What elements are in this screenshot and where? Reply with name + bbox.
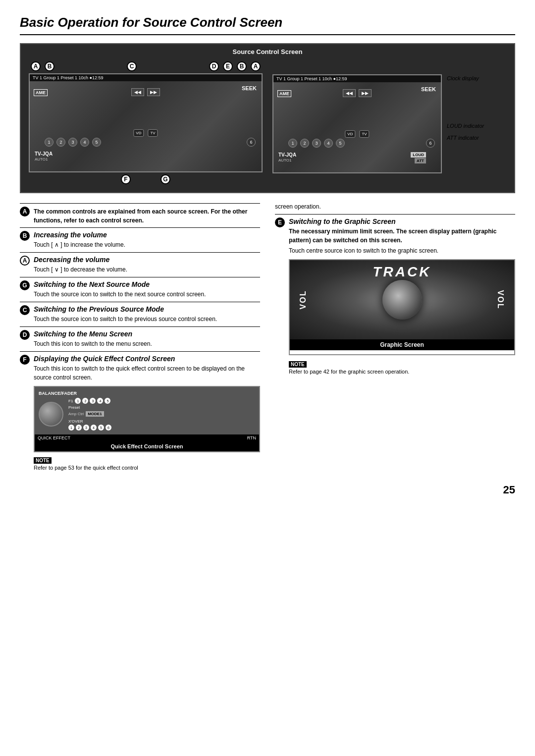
badge-f: F: [121, 174, 131, 184]
section-c-text: Touch the source icon to switch to the p…: [34, 315, 260, 324]
num-1[interactable]: 1: [45, 138, 54, 147]
qe-caption: Quick Effect Control Screen: [35, 441, 259, 451]
left-ame: AME: [34, 89, 48, 96]
note-text-e: Refer to page 42 for the graphic screen …: [289, 369, 515, 375]
badge-a-intro: A: [20, 207, 30, 216]
panel-title: Source Control Screen: [25, 48, 510, 55]
badge-a2: A: [20, 256, 30, 266]
section-e-title: Switching to the Graphic Screen: [289, 217, 515, 225]
right-tv-btn[interactable]: TV: [359, 130, 369, 138]
qe-c3: 3: [90, 398, 96, 404]
source-control-panel: Source Control Screen A B C D E B A: [20, 43, 515, 193]
right-screen-block: TV 1 Group 1 Preset 1 10ch ●12:59 SEEK A…: [272, 61, 506, 173]
section-e-bold: The necessary minimum limit screen. The …: [289, 227, 515, 245]
qe-inner: BALANCE/FADER F1 1 2 3: [35, 387, 259, 434]
r-num-4[interactable]: 4: [324, 139, 333, 148]
badge-b-left: B: [45, 61, 54, 71]
r-num-5[interactable]: 5: [336, 139, 345, 148]
right-vd-tv: VD TV: [345, 130, 369, 138]
right-autol: AUTO1: [278, 158, 292, 162]
section-c-title: Switching to the Previous Source Mode: [34, 305, 260, 313]
r-num-1[interactable]: 1: [288, 139, 297, 148]
qe-amp-ctrl: Amp Ctrl: [68, 412, 84, 416]
num-3[interactable]: 3: [68, 138, 77, 147]
qe-b1: 1: [68, 425, 74, 431]
section-a2-title: Decreasing the volume: [34, 256, 260, 264]
qe-f1: F1: [68, 399, 73, 403]
num-5[interactable]: 5: [92, 138, 101, 147]
page-number: 25: [20, 484, 515, 496]
qe-bottom-bar: QUICK EFFECT RTN: [35, 434, 259, 441]
right-prev-btn[interactable]: ◀◀: [343, 89, 356, 97]
r-num-6[interactable]: 6: [426, 139, 435, 148]
screen-op-text: screen operation.: [275, 203, 515, 210]
badge-e-left: E: [223, 61, 233, 71]
right-annotations: Clock display LOUD indicator ATT indicat…: [447, 61, 506, 173]
right-seek: SEEK: [421, 86, 436, 92]
graphic-vol-right: VOL: [496, 290, 505, 310]
qe-rtn: RTN: [247, 435, 256, 440]
section-c-body: Switching to the Previous Source Mode To…: [34, 305, 260, 324]
qe-circles-top: 1 2 3 4 5: [75, 398, 110, 404]
graphic-screen-caption: Graphic Screen: [290, 339, 514, 350]
section-g-title: Switching to the Next Source Mode: [34, 280, 260, 288]
graphic-screen-container: TRACK VOL VOL Graphic Screen: [289, 259, 515, 355]
section-f-note: NOTE Refer to page 53 for the quick effe…: [34, 455, 260, 471]
section-a2-text: Touch [ ∨ ] to decrease the volume.: [34, 265, 260, 274]
badge-b-right: B: [237, 61, 247, 71]
qe-c5: 5: [105, 398, 110, 404]
qe-circles-bottom: 1 2 3 4 5 6: [68, 425, 255, 431]
qe-c4: 4: [97, 398, 103, 404]
left-autol: AUTO1: [35, 157, 48, 162]
graphic-track-label: TRACK: [290, 264, 514, 280]
note-label-f: NOTE: [34, 457, 52, 464]
badge-b: B: [20, 231, 30, 241]
r-num-2[interactable]: 2: [300, 139, 309, 148]
qe-b2: 2: [76, 425, 82, 431]
badge-a-left: A: [31, 61, 41, 71]
badge-g-sec: G: [20, 280, 30, 290]
att-indicator: ATT: [415, 158, 426, 163]
section-b-body: Increasing the volume Touch [ ∧ ] to inc…: [34, 231, 260, 249]
qe-xover-row: X'OVER 1 2 3 4 5 6: [68, 419, 255, 431]
num-4[interactable]: 4: [80, 138, 89, 147]
section-f-title: Displaying the Quick Effect Control Scre…: [34, 355, 260, 363]
right-tv-bar: TV 1 Group 1 Preset 1 10ch ●12:59: [273, 75, 441, 82]
section-f-body: Displaying the Quick Effect Control Scre…: [34, 355, 260, 471]
next-btn[interactable]: ▶▶: [147, 88, 160, 96]
att-indicator-label: ATT indicator: [447, 135, 506, 141]
num-2[interactable]: 2: [56, 138, 65, 147]
qe-balance-knob[interactable]: [39, 402, 63, 427]
section-e-note: NOTE Refer to page 42 for the graphic sc…: [289, 359, 515, 375]
graphic-swirl: [382, 280, 422, 320]
section-f: F Displaying the Quick Effect Control Sc…: [20, 351, 260, 474]
section-d-body: Switching to the Menu Screen Touch this …: [34, 330, 260, 348]
section-b-text: Touch [ ∧ ] to increase the volume.: [34, 240, 260, 249]
qe-mode1[interactable]: MODE1: [86, 411, 104, 417]
qe-xover: X'OVER: [68, 419, 83, 424]
prev-btn[interactable]: ◀◀: [131, 88, 144, 96]
vd-btn[interactable]: VD: [133, 129, 144, 137]
left-column: A The common controls are explained from…: [20, 203, 260, 474]
right-ame: AME: [277, 90, 291, 97]
section-g: G Switching to the Next Source Mode Touc…: [20, 277, 260, 302]
note-text-f: Refer to page 53 for the quick effect co…: [34, 465, 260, 471]
badge-f-sec: F: [20, 355, 30, 365]
qe-right-controls: F1 1 2 3 4 5: [68, 398, 255, 431]
r-num-3[interactable]: 3: [312, 139, 321, 148]
right-tv-screen: TV 1 Group 1 Preset 1 10ch ●12:59 SEEK A…: [272, 74, 442, 173]
num-buttons-left: 1 2 3 4 5: [45, 138, 101, 147]
section-a-intro: A The common controls are explained from…: [20, 203, 260, 227]
section-e-body: Switching to the Graphic Screen The nece…: [289, 217, 515, 375]
section-g-body: Switching to the Next Source Mode Touch …: [34, 280, 260, 299]
tv-btn[interactable]: TV: [148, 129, 158, 137]
right-tv-jqa: TV-JQA: [278, 152, 296, 158]
qe-screen: BALANCE/FADER F1 1 2 3: [34, 386, 260, 452]
badge-c: C: [127, 61, 137, 71]
right-next-btn[interactable]: ▶▶: [359, 89, 372, 97]
section-b: B Increasing the volume Touch [ ∧ ] to i…: [20, 227, 260, 252]
badge-e-sec: E: [275, 217, 285, 227]
graphic-screen-image: TRACK VOL VOL: [290, 260, 514, 339]
right-vd-btn[interactable]: VD: [345, 130, 355, 138]
section-c: C Switching to the Previous Source Mode …: [20, 302, 260, 326]
